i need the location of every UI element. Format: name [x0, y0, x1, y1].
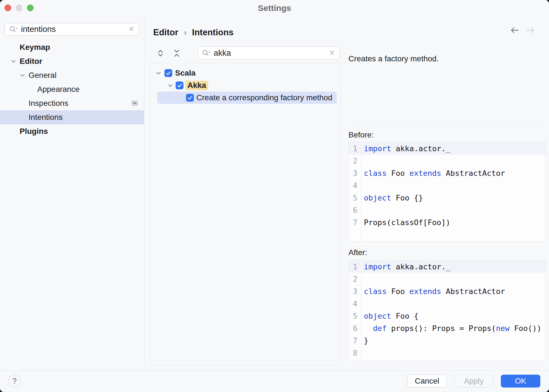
code-line: 2 — [349, 273, 545, 285]
titlebar: Settings — [0, 0, 549, 16]
code-line: 6 def props(): Props = Props(new Foo()) — [349, 322, 545, 334]
chevron-down-icon[interactable] — [167, 82, 174, 90]
code-line: 7} — [349, 334, 545, 347]
back-arrow-icon[interactable] — [510, 26, 519, 34]
editor-preview-icon[interactable] — [132, 101, 138, 106]
sidebar-item-keymap[interactable]: Keymap — [0, 40, 144, 54]
before-label: Before: — [348, 130, 374, 139]
intention-row-create-a-corresponding-factory-method[interactable]: Create a corresponding factory method — [150, 92, 341, 104]
intentions-tree-panel: ScalaAkkaCreate a corresponding factory … — [150, 63, 341, 365]
chevron-down-icon[interactable] — [19, 72, 26, 81]
line-number: 4 — [349, 299, 361, 308]
sidebar-item-label: Inspections — [29, 99, 68, 108]
ok-button[interactable]: OK — [501, 375, 540, 388]
sidebar-item-label: Editor — [20, 57, 42, 66]
window-title: Settings — [0, 0, 549, 16]
sidebar-item-label: Intentions — [29, 113, 62, 122]
line-number: 1 — [349, 144, 361, 153]
settings-window: Settings intentions KeymapEditorGeneralA… — [0, 0, 549, 392]
code-text: def props(): Props = Props(new Foo()) — [361, 324, 541, 333]
sidebar-item-label: Plugins — [20, 127, 48, 136]
settings-sidebar: intentions KeymapEditorGeneralAppearance… — [0, 16, 144, 370]
sidebar-item-label: General — [29, 71, 57, 80]
sidebar-item-editor[interactable]: Editor — [0, 54, 144, 68]
line-number: 6 — [349, 324, 361, 333]
code-line: 1import akka.actor._ — [349, 142, 545, 155]
sidebar-item-intentions[interactable]: Intentions — [0, 110, 144, 124]
settings-search-value: intentions — [21, 25, 128, 34]
clear-filter-icon[interactable] — [328, 49, 336, 57]
line-number: 3 — [349, 169, 361, 178]
checkbox-scala[interactable] — [164, 69, 172, 77]
code-line: 4 — [349, 179, 545, 192]
sidebar-item-plugins[interactable]: Plugins — [0, 124, 144, 138]
intention-label: Create a corresponding factory method — [196, 93, 332, 102]
code-line: 7Props(classOf[Foo]) — [349, 216, 545, 228]
sidebar-item-general[interactable]: General — [0, 68, 144, 82]
line-number: 5 — [349, 193, 361, 202]
line-number: 6 — [349, 206, 361, 214]
cancel-button[interactable]: Cancel — [407, 375, 447, 388]
footer-bar: ? Cancel Apply OK — [0, 370, 549, 392]
after-label: After: — [348, 248, 367, 257]
checkbox-akka[interactable] — [176, 81, 183, 89]
search-icon — [9, 25, 18, 33]
sidebar-item-appearance[interactable]: Appearance — [0, 82, 144, 96]
line-number: 1 — [349, 262, 361, 271]
checkbox-create-a-corresponding-factory-method[interactable] — [186, 94, 194, 102]
line-number: 5 — [349, 312, 361, 320]
apply-button[interactable]: Apply — [454, 375, 494, 388]
line-number: 7 — [349, 336, 361, 345]
intentions-filter-field[interactable]: akka — [198, 46, 340, 60]
sidebar-item-label: Appearance — [37, 85, 80, 94]
intention-description: Creates a factory method. — [348, 54, 439, 63]
chevron-down-icon[interactable] — [10, 58, 17, 67]
code-line: 5object Foo { — [349, 310, 545, 322]
line-number: 4 — [349, 181, 361, 190]
intention-label: Akka — [185, 81, 208, 90]
code-text: class Foo extends AbstractActor — [361, 287, 505, 296]
code-line: 3class Foo extends AbstractActor — [349, 167, 545, 179]
line-number: 2 — [349, 275, 361, 283]
code-line: 4 — [349, 297, 545, 310]
before-code-preview: 1import akka.actor._23class Foo extends … — [348, 142, 546, 242]
line-number: 2 — [349, 157, 361, 165]
code-text: class Foo extends AbstractActor — [361, 169, 505, 178]
search-icon — [202, 49, 210, 57]
code-text: import akka.actor._ — [361, 262, 450, 271]
breadcrumb-separator-icon: › — [184, 28, 187, 37]
code-line: 8 — [349, 347, 545, 359]
detail-divider — [348, 122, 546, 123]
sidebar-item-label: Keymap — [20, 43, 50, 52]
code-text: } — [361, 336, 368, 345]
settings-search-field[interactable]: intentions — [4, 23, 139, 36]
after-code-preview: 1import akka.actor._23class Foo extends … — [348, 260, 546, 361]
dialog-buttons: Cancel Apply OK — [407, 375, 540, 388]
chevron-down-icon[interactable] — [155, 69, 162, 78]
collapse-all-icon[interactable] — [170, 47, 183, 60]
code-text: import akka.actor._ — [361, 144, 450, 153]
code-line: 5object Foo {} — [349, 192, 545, 204]
code-text: object Foo { — [361, 312, 418, 320]
forward-arrow-icon[interactable] — [526, 26, 535, 34]
line-number: 8 — [349, 349, 361, 357]
code-text: Props(classOf[Foo]) — [361, 218, 450, 227]
intention-row-akka[interactable]: Akka — [150, 79, 341, 92]
code-line: 2 — [349, 155, 545, 167]
help-button[interactable]: ? — [8, 375, 21, 388]
breadcrumb-editor[interactable]: Editor — [153, 27, 178, 38]
code-line: 3class Foo extends AbstractActor — [349, 285, 545, 297]
line-number: 3 — [349, 287, 361, 296]
history-navigation — [510, 26, 535, 34]
expand-all-icon[interactable] — [154, 47, 167, 60]
intention-label: Scala — [175, 68, 196, 78]
clear-search-icon[interactable] — [128, 25, 135, 34]
intentions-filter-value: akka — [214, 48, 328, 58]
breadcrumb: Editor › Intentions — [153, 27, 234, 38]
intentions-toolbar — [154, 47, 183, 60]
settings-category-tree: KeymapEditorGeneralAppearanceInspections… — [0, 40, 144, 138]
code-line: 6 — [349, 204, 545, 216]
sidebar-item-inspections[interactable]: Inspections — [0, 96, 144, 110]
code-line: 1import akka.actor._ — [349, 260, 545, 273]
intention-row-scala[interactable]: Scala — [150, 67, 341, 79]
